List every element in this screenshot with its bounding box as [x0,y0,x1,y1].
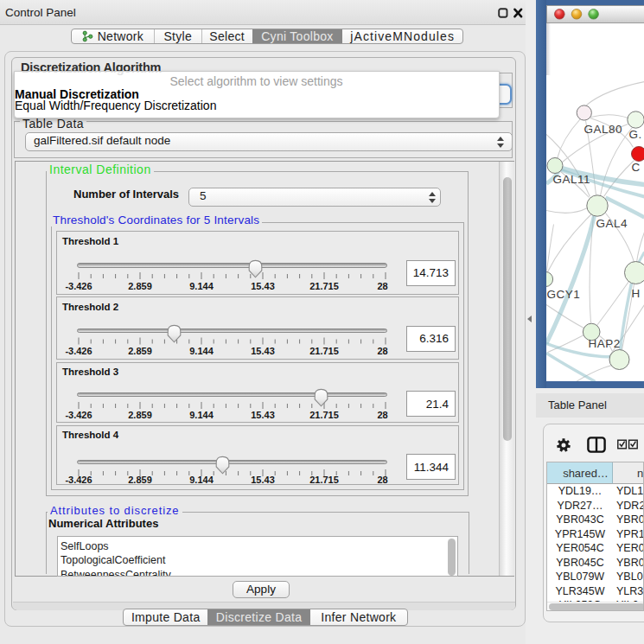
svg-text:G.: G. [628,127,641,140]
svg-text:C: C [631,160,640,173]
svg-text:H: H [631,286,640,299]
svg-text:GCY1: GCY1 [546,287,580,300]
svg-text:GAL11: GAL11 [552,172,590,185]
svg-text:GAL4: GAL4 [596,216,628,229]
svg-text:GAL80: GAL80 [583,122,622,135]
svg-text:HAP2: HAP2 [588,336,620,349]
